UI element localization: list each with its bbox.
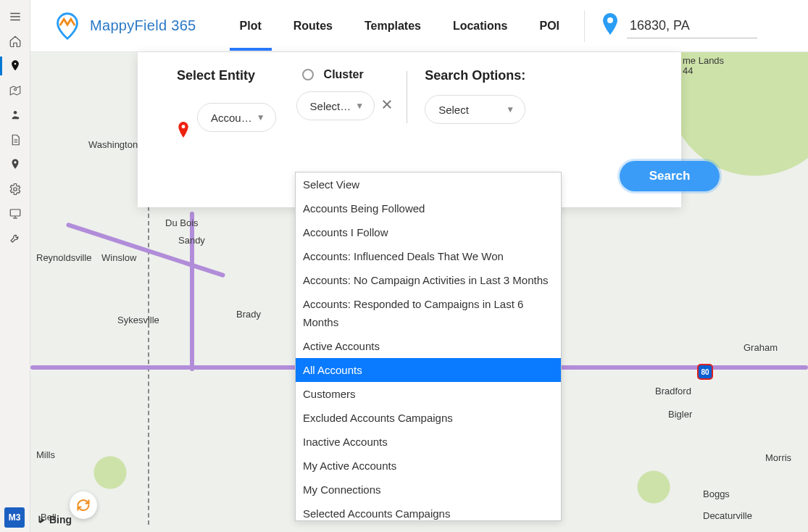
nav-routes[interactable]: Routes <box>293 2 333 50</box>
map-label: 44 <box>683 65 693 76</box>
map-label: Boggs <box>703 489 730 499</box>
search-options-label: Search Options: <box>425 68 525 83</box>
location-input[interactable] <box>627 14 757 38</box>
view-option[interactable]: Excluded Accounts Campaigns <box>296 406 561 430</box>
top-nav: Plot Routes Templates Locations POI <box>240 2 560 50</box>
map-label: Winslow <box>101 252 136 263</box>
divider <box>584 10 585 42</box>
brand: MappyField 365 <box>51 9 196 43</box>
map-label: Bradford <box>655 386 691 396</box>
svg-point-4 <box>14 88 16 91</box>
view-dropdown[interactable]: Select ViewAccounts Being FollowedAccoun… <box>295 172 562 521</box>
map-label: Du Bois <box>165 217 199 228</box>
entity-select-value: Accou… <box>211 112 252 124</box>
map-label: Reynoldsville <box>36 252 92 263</box>
interstate-shield-icon: 80 <box>697 364 713 380</box>
road <box>66 223 226 278</box>
map-label: Decaturville <box>703 510 752 521</box>
view-select-value: Select… <box>310 100 351 112</box>
chevron-down-icon: ▼ <box>257 112 265 122</box>
person-pin-icon[interactable] <box>0 103 30 128</box>
svg-point-15 <box>182 125 186 128</box>
svg-point-9 <box>14 161 16 163</box>
poi-pin-icon[interactable] <box>0 152 30 177</box>
entity-pin-icon <box>177 121 190 140</box>
view-option[interactable]: Select View <box>296 173 561 196</box>
main-area: MappyField 365 Plot Routes Templates Loc… <box>30 0 808 532</box>
menu-icon[interactable] <box>0 4 30 29</box>
view-option[interactable]: Accounts: Responded to Campaigns in Last… <box>296 292 561 334</box>
view-option[interactable]: Selected Accounts Campaigns <box>296 502 561 521</box>
tools-icon[interactable] <box>0 226 30 251</box>
view-option[interactable]: Active Accounts <box>296 334 561 358</box>
view-option[interactable]: Accounts I Follow <box>296 220 561 244</box>
view-select[interactable]: Select… ▼ <box>296 91 375 120</box>
map-label: Sykesville <box>117 315 159 325</box>
map-label: Graham <box>744 342 778 353</box>
refresh-button[interactable] <box>70 491 97 519</box>
svg-point-14 <box>607 17 613 23</box>
nav-locations[interactable]: Locations <box>453 2 508 50</box>
nav-templates[interactable]: Templates <box>365 2 421 50</box>
view-option[interactable]: Accounts: No Campaign Activities in Last… <box>296 268 561 292</box>
monitor-icon[interactable] <box>0 201 30 226</box>
view-option[interactable]: My Active Accounts <box>296 454 561 478</box>
gear-icon[interactable] <box>0 177 30 201</box>
territory-icon[interactable] <box>0 78 30 103</box>
svg-point-6 <box>17 117 19 119</box>
home-icon[interactable] <box>0 29 30 54</box>
view-option[interactable]: My Connections <box>296 478 561 502</box>
view-option[interactable]: All Accounts <box>296 358 561 382</box>
search-button[interactable]: Search <box>620 161 720 191</box>
select-entity-label: Select Entity <box>177 68 276 83</box>
bing-label: Bing <box>49 514 72 525</box>
cluster-label: Cluster <box>324 68 364 81</box>
search-options-select[interactable]: Select ▼ <box>425 95 525 124</box>
entity-select[interactable]: Accou… ▼ <box>197 103 276 132</box>
left-nav-rail: M3 <box>0 0 30 532</box>
map-label: Morris <box>765 452 791 463</box>
bing-attribution: Bing <box>36 513 72 526</box>
search-options-value: Select <box>438 104 469 116</box>
map-label: Mills <box>36 449 55 460</box>
map-label: Washington <box>88 139 138 150</box>
top-header: MappyField 365 Plot Routes Templates Loc… <box>30 0 808 52</box>
svg-point-10 <box>13 188 17 191</box>
brand-name: MappyField 365 <box>90 17 196 34</box>
chevron-down-icon: ▼ <box>355 101 364 111</box>
view-option[interactable]: Accounts Being Followed <box>296 196 561 220</box>
nav-plot[interactable]: Plot <box>240 2 262 50</box>
map-label: Bigler <box>668 409 692 420</box>
chevron-down-icon: ▼ <box>506 104 515 115</box>
view-option[interactable]: Customers <box>296 382 561 406</box>
clear-view-button[interactable] <box>380 98 393 114</box>
view-option[interactable]: Inactive Accounts <box>296 430 561 454</box>
map-canvas[interactable]: 80 Washington Du Bois Sandy Reynoldsvill… <box>30 52 808 532</box>
view-option[interactable]: Accounts: Influenced Deals That We Won <box>296 244 561 268</box>
map-label: Sandy <box>178 235 205 246</box>
map-label: Brady <box>236 309 261 320</box>
map-pin-filled-icon[interactable] <box>0 54 30 78</box>
svg-point-3 <box>14 62 16 65</box>
cluster-radio[interactable] <box>302 69 314 80</box>
brand-logo-icon <box>51 9 84 43</box>
file-icon[interactable] <box>0 128 30 152</box>
svg-point-5 <box>13 111 17 115</box>
app-badge: M3 <box>4 507 25 528</box>
map-label: me Lands <box>683 55 724 66</box>
location-pin-icon <box>601 13 620 39</box>
nav-poi[interactable]: POI <box>539 2 559 50</box>
divider <box>407 71 407 123</box>
svg-rect-11 <box>10 209 20 216</box>
